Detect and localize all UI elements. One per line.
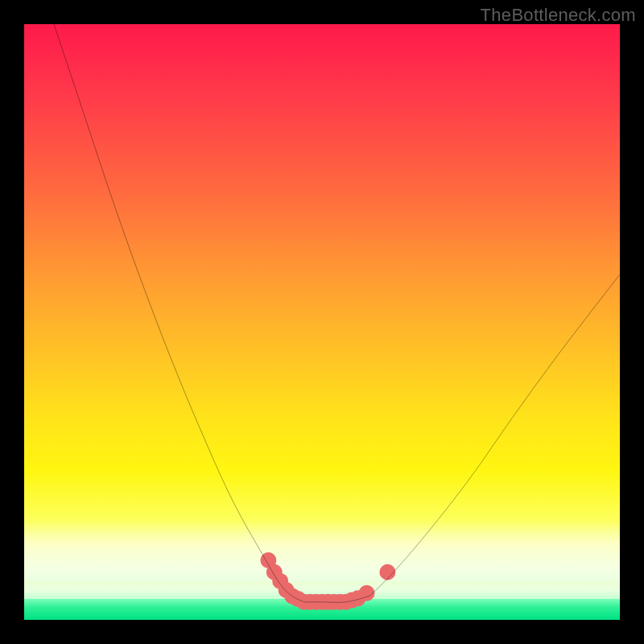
left-curve bbox=[54, 24, 304, 602]
curve-layer bbox=[24, 24, 620, 620]
marker-group bbox=[260, 552, 395, 610]
right-curve bbox=[369, 275, 620, 597]
marker-dot bbox=[359, 585, 375, 601]
marker-dot bbox=[379, 564, 395, 580]
watermark-text: TheBottleneck.com bbox=[481, 5, 636, 26]
chart-frame: TheBottleneck.com bbox=[0, 0, 644, 644]
plot-area bbox=[24, 24, 620, 620]
